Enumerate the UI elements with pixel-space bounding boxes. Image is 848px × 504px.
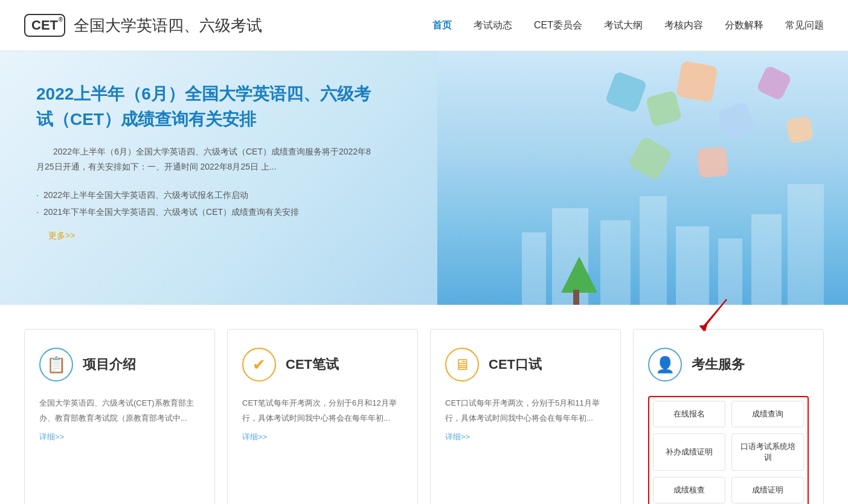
card-bishie: ✔ CET笔试 CET笔试每年开考两次，分别于6月和12月举行，具体考试时间我中… bbox=[227, 329, 418, 504]
service-title: 考生服务 bbox=[692, 356, 745, 374]
card-header-koushi: 🖥 CET口试 bbox=[445, 348, 606, 381]
card-header-bishie: ✔ CET笔试 bbox=[242, 348, 403, 381]
logo-text: CET bbox=[31, 18, 58, 33]
service-icon: 👤 bbox=[648, 348, 682, 381]
card-title-koushi: CET口试 bbox=[489, 356, 542, 374]
nav-item-CET委员会[interactable]: CET委员会 bbox=[534, 19, 582, 32]
service-header: 👤 考生服务 bbox=[648, 348, 809, 381]
hero-title: 2022上半年（6月）全国大学英语四、六级考试（CET）成绩查询有关安排 bbox=[36, 81, 374, 132]
cube-3 bbox=[676, 60, 718, 103]
hero-link-item[interactable]: 2022年上半年全国大学英语四、六级考试报名工作启动 bbox=[36, 187, 374, 203]
card-icon-xiangmu: 📋 bbox=[39, 348, 73, 381]
card-detail-koushi[interactable]: 详细>> bbox=[445, 432, 606, 442]
arrow-svg bbox=[690, 296, 739, 333]
hero-content: 2022上半年（6月）全国大学英语四、六级考试（CET）成绩查询有关安排 202… bbox=[36, 81, 374, 241]
header: CET ® 全国大学英语四、六级考试 首页考试动态CET委员会考试大纲考核内容分… bbox=[0, 0, 848, 51]
site-title: 全国大学英语四、六级考试 bbox=[74, 15, 262, 36]
building-1 bbox=[522, 232, 546, 305]
hero-section: 2022上半年（6月）全国大学英语四、六级考试（CET）成绩查询有关安排 202… bbox=[0, 51, 848, 305]
building-5 bbox=[676, 226, 709, 305]
nav-item-考试大纲[interactable]: 考试大纲 bbox=[604, 19, 643, 32]
service-grid: 在线报名成绩查询补办成绩证明口语考试系统培训成绩核查成绩证明 bbox=[653, 401, 804, 503]
hero-illustration bbox=[437, 51, 848, 305]
nav-item-常见问题[interactable]: 常见问题 bbox=[785, 19, 824, 32]
svg-line-0 bbox=[702, 299, 727, 330]
logo-tm: ® bbox=[59, 16, 63, 23]
service-grid-wrapper: 在线报名成绩查询补办成绩证明口语考试系统培训成绩核查成绩证明 bbox=[648, 396, 809, 504]
card-title-bishie: CET笔试 bbox=[286, 356, 339, 374]
logo-badge: CET ® bbox=[24, 14, 65, 37]
building-6 bbox=[718, 238, 742, 305]
logo-area: CET ® 全国大学英语四、六级考试 bbox=[24, 14, 262, 37]
hero-link-item[interactable]: 2021年下半年全国大学英语四、六级考试（CET）成绩查询有关安排 bbox=[36, 203, 374, 220]
service-card: 👤 考生服务 在线报名成绩查询补办成绩证明口语考试系统培训成绩核查成绩证明 bbox=[633, 329, 824, 504]
service-btn-补办成绩证明[interactable]: 补办成绩证明 bbox=[653, 433, 725, 471]
card-body-koushi: CET口试每年开考两次，分别于5月和11月举行，具体考试时间我中心将会在每年年初… bbox=[445, 396, 606, 426]
card-detail-bishie[interactable]: 详细>> bbox=[242, 432, 403, 442]
card-title-xiangmu: 项目介绍 bbox=[83, 356, 136, 374]
main-nav: 首页考试动态CET委员会考试大纲考核内容分数解释常见问题 bbox=[432, 19, 824, 32]
cube-8 bbox=[697, 147, 728, 178]
service-btn-成绩核查[interactable]: 成绩核查 bbox=[653, 477, 725, 503]
hero-desc: 2022年上半年（6月）全国大学英语四、六级考试（CET）成绩查询服务将于202… bbox=[36, 144, 374, 174]
card-koushi: 🖥 CET口试 CET口试每年开考两次，分别于5月和11月举行，具体考试时间我中… bbox=[430, 329, 621, 504]
annotation-arrow bbox=[690, 296, 739, 335]
card-detail-xiangmu[interactable]: 详细>> bbox=[39, 432, 200, 442]
card-icon-koushi: 🖥 bbox=[445, 348, 479, 381]
nav-item-考试动态[interactable]: 考试动态 bbox=[474, 19, 512, 32]
building-3 bbox=[600, 220, 631, 305]
building-8 bbox=[788, 184, 824, 305]
card-icon-bishie: ✔ bbox=[242, 348, 276, 381]
card-header-xiangmu: 📋 项目介绍 bbox=[39, 348, 200, 381]
building-7 bbox=[751, 214, 782, 305]
nav-item-分数解释[interactable]: 分数解释 bbox=[725, 19, 763, 32]
card-body-bishie: CET笔试每年开考两次，分别于6月和12月举行，具体考试时间我中心将会在每年年初… bbox=[242, 396, 403, 426]
hero-links: 2022年上半年全国大学英语四、六级考试报名工作启动2021年下半年全国大学英语… bbox=[36, 187, 374, 220]
service-btn-成绩证明[interactable]: 成绩证明 bbox=[731, 477, 804, 503]
nav-item-考核内容[interactable]: 考核内容 bbox=[664, 19, 703, 32]
more-link[interactable]: 更多>> bbox=[48, 231, 75, 241]
bottom-section: 📋 项目介绍 全国大学英语四、六级考试(CET)系教育部主办、教育部教育考试院（… bbox=[0, 305, 848, 504]
svg-marker-1 bbox=[699, 325, 707, 331]
building-4 bbox=[640, 196, 667, 305]
service-btn-成绩查询[interactable]: 成绩查询 bbox=[731, 401, 804, 427]
card-xiangmu: 📋 项目介绍 全国大学英语四、六级考试(CET)系教育部主办、教育部教育考试院（… bbox=[24, 329, 215, 504]
service-btn-在线报名[interactable]: 在线报名 bbox=[653, 401, 725, 427]
service-btn-口语考试系统培训[interactable]: 口语考试系统培训 bbox=[731, 433, 804, 471]
cube-6 bbox=[786, 116, 814, 144]
card-body-xiangmu: 全国大学英语四、六级考试(CET)系教育部主办、教育部教育考试院（原教育部考试中… bbox=[39, 396, 200, 426]
nav-item-首页[interactable]: 首页 bbox=[432, 19, 452, 32]
